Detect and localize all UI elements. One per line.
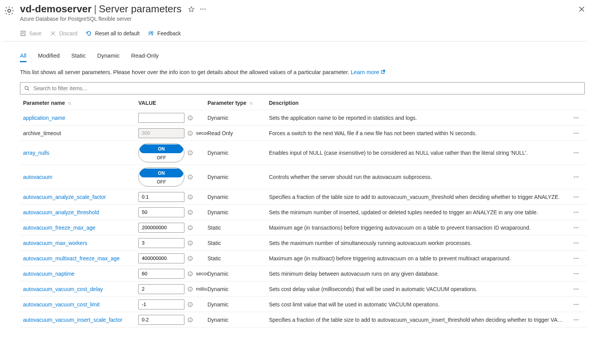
- param-name-link[interactable]: autovacuum_multixact_freeze_max_age: [23, 255, 138, 261]
- param-type: Dynamic: [207, 301, 269, 308]
- row-more-icon[interactable]: ···: [569, 194, 584, 200]
- param-description: Sets cost limit value that will be used …: [269, 301, 569, 308]
- command-bar: Save Discard Reset all to default Feedba…: [3, 22, 587, 41]
- param-name-link[interactable]: autovacuum_vacuum_insert_scale_factor: [23, 317, 138, 323]
- param-name-link[interactable]: autovacuum_analyze_scale_factor: [23, 194, 138, 200]
- param-description: Sets the minimum number of inserted, upd…: [269, 209, 569, 215]
- svg-point-21: [190, 132, 190, 132]
- info-icon[interactable]: [187, 317, 193, 323]
- row-more-icon[interactable]: ···: [569, 115, 584, 121]
- param-name-link[interactable]: autovacuum_analyze_threshold: [23, 209, 138, 215]
- row-more-icon[interactable]: ···: [569, 255, 584, 261]
- search-box[interactable]: [20, 82, 585, 94]
- info-icon[interactable]: [187, 194, 193, 200]
- value-input[interactable]: [138, 192, 184, 202]
- discard-icon: [50, 30, 56, 36]
- value-cell: seconds: [138, 269, 207, 279]
- toggle-switch[interactable]: ONOFF: [138, 143, 184, 162]
- row-more-icon[interactable]: ···: [569, 130, 584, 136]
- info-icon[interactable]: [187, 302, 193, 307]
- info-icon[interactable]: [187, 256, 193, 261]
- param-type: Dynamic: [207, 194, 269, 200]
- value-input[interactable]: [138, 113, 184, 123]
- value-input[interactable]: [138, 315, 184, 325]
- table-row: autovacuum_vacuum_cost_delaymilliseconds…: [20, 281, 587, 297]
- close-icon[interactable]: [576, 4, 587, 15]
- value-input[interactable]: [138, 299, 184, 309]
- row-more-icon[interactable]: ···: [569, 317, 584, 323]
- row-more-icon[interactable]: ···: [569, 271, 584, 277]
- table-row: array_nullsONOFFDynamicEnables input of …: [20, 141, 587, 165]
- unit-label: milliseconds: [196, 286, 207, 292]
- row-more-icon[interactable]: ···: [569, 301, 584, 308]
- tab-readonly[interactable]: Read-Only: [131, 52, 159, 62]
- param-name-link[interactable]: autovacuum_max_workers: [23, 240, 138, 246]
- info-icon[interactable]: [187, 240, 193, 246]
- feedback-button[interactable]: Feedback: [148, 30, 181, 36]
- svg-point-24: [190, 152, 190, 152]
- row-more-icon[interactable]: ···: [569, 240, 584, 246]
- search-icon: [24, 86, 30, 91]
- search-input[interactable]: [33, 85, 581, 92]
- col-name[interactable]: Parameter name↑↓: [23, 100, 138, 106]
- param-description: Specifies a fraction of the table size t…: [269, 317, 569, 323]
- info-icon[interactable]: [187, 286, 193, 292]
- row-more-icon[interactable]: ···: [569, 209, 584, 215]
- svg-point-48: [190, 288, 190, 288]
- tab-all[interactable]: All: [20, 52, 27, 62]
- value-input[interactable]: [138, 269, 184, 279]
- table-row: autovacuum_naptimesecondsDynamicSets min…: [20, 266, 587, 281]
- param-type: Static: [207, 225, 269, 231]
- info-icon[interactable]: [187, 131, 193, 136]
- tab-modified[interactable]: Modified: [38, 52, 60, 62]
- tab-dynamic[interactable]: Dynamic: [97, 52, 119, 62]
- info-icon[interactable]: [187, 115, 193, 121]
- value-cell: [138, 299, 207, 309]
- param-type: Dynamic: [207, 150, 269, 156]
- param-name-link[interactable]: autovacuum_vacuum_cost_delay: [23, 286, 138, 292]
- svg-point-39: [190, 242, 190, 242]
- value-input[interactable]: [138, 207, 184, 217]
- feedback-icon: [148, 30, 154, 36]
- toggle-switch[interactable]: ONOFF: [138, 167, 184, 187]
- param-name-link[interactable]: array_nulls: [23, 150, 138, 156]
- value-input[interactable]: [138, 223, 184, 233]
- svg-point-42: [190, 257, 190, 257]
- row-more-icon[interactable]: ···: [569, 225, 584, 231]
- info-icon[interactable]: [187, 150, 193, 156]
- tab-static[interactable]: Static: [71, 52, 86, 62]
- unit-label: seconds: [196, 130, 207, 136]
- more-header-icon[interactable]: ···: [200, 6, 206, 13]
- table-row: autovacuum_vacuum_insert_scale_factorDyn…: [20, 312, 587, 328]
- favorite-star-icon[interactable]: [188, 6, 195, 13]
- param-name-link[interactable]: autovacuum: [23, 174, 138, 180]
- info-icon[interactable]: [187, 225, 193, 230]
- param-name-link[interactable]: autovacuum_vacuum_cost_limit: [23, 301, 138, 308]
- value-input: [138, 128, 184, 138]
- col-type[interactable]: Parameter type↑↓: [207, 100, 269, 106]
- param-name-link[interactable]: autovacuum_freeze_max_age: [23, 225, 138, 231]
- param-type: Dynamic: [207, 271, 269, 277]
- save-button[interactable]: Save: [20, 30, 41, 36]
- row-more-icon[interactable]: ···: [569, 286, 584, 292]
- param-name-link[interactable]: autovacuum_naptime: [23, 271, 138, 277]
- reset-all-button[interactable]: Reset all to default: [86, 30, 139, 36]
- param-description: Sets the application name to be reported…: [269, 115, 569, 121]
- page-title: vd-demoserver|Server parameters: [20, 3, 182, 15]
- row-more-icon[interactable]: ···: [569, 174, 584, 180]
- param-name-link[interactable]: application_name: [23, 115, 138, 121]
- info-icon[interactable]: [187, 174, 193, 180]
- param-type: Dynamic: [207, 317, 269, 323]
- value-input[interactable]: [138, 284, 184, 294]
- info-icon[interactable]: [187, 210, 193, 215]
- col-value: VALUE: [138, 100, 207, 106]
- value-input[interactable]: [138, 238, 184, 248]
- value-cell: [138, 207, 207, 217]
- discard-button[interactable]: Discard: [50, 30, 77, 36]
- learn-more-link[interactable]: Learn more: [351, 69, 385, 75]
- info-icon[interactable]: [187, 271, 193, 276]
- row-more-icon[interactable]: ···: [569, 150, 584, 156]
- param-description: Forces a switch to the next WAL file if …: [269, 130, 569, 136]
- value-cell: [138, 113, 207, 123]
- value-input[interactable]: [138, 253, 184, 263]
